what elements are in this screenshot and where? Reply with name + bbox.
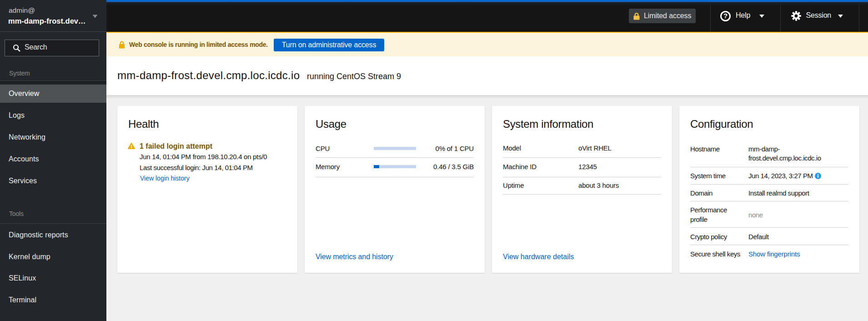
svg-text:?: ?	[723, 12, 728, 20]
